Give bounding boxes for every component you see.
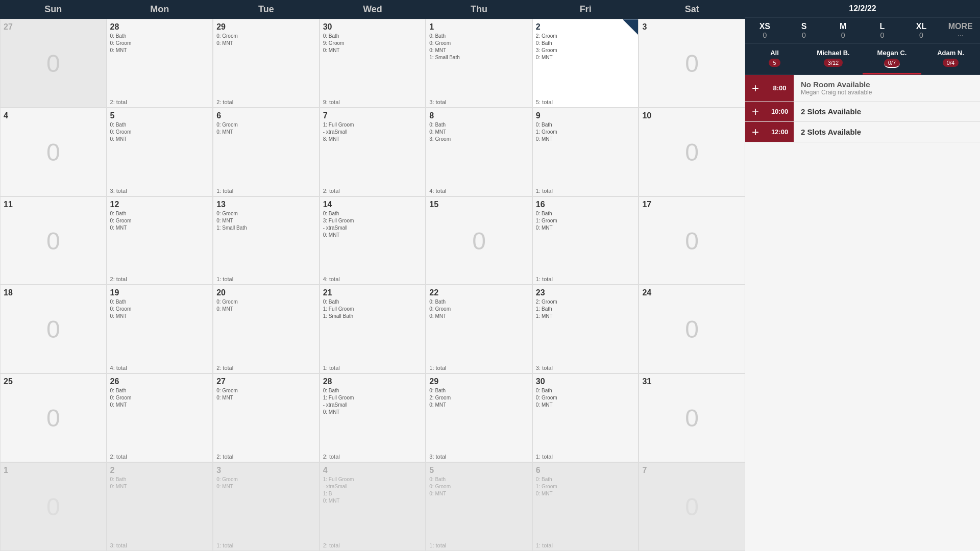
cal-cell-15[interactable]: 15 0 bbox=[426, 196, 532, 285]
cal-cell-6-next[interactable]: 6 0: Bath1: Groom0: MNT 1: total bbox=[532, 462, 639, 551]
cal-cell-29[interactable]: 29 0: Bath2: Groom0: MNT 3: total bbox=[426, 373, 532, 462]
cal-cell-16[interactable]: 16 0: Bath1: Groom0: MNT 1: total bbox=[532, 196, 639, 285]
cal-cell-27-prev[interactable]: 27 0 bbox=[0, 19, 107, 108]
day-thu: Thu bbox=[426, 0, 532, 19]
size-filters: XS 0 S 0 M 0 L 0 XL 0 MORE ··· bbox=[745, 18, 980, 44]
day-sat: Sat bbox=[639, 0, 745, 19]
size-filter-xl[interactable]: XL 0 bbox=[902, 18, 941, 43]
cal-cell-6[interactable]: 6 0: Groom0: MNT 1: total bbox=[213, 108, 320, 196]
cal-cell-5[interactable]: 5 0: Bath0: Groom0: MNT 3: total bbox=[107, 108, 213, 196]
calendar-grid: 27 0 28 0: Bath0: Groom0: MNT 2: total 2… bbox=[0, 19, 745, 551]
cal-cell-10[interactable]: 10 0 bbox=[639, 108, 745, 196]
time-slots: + 8:00 No Room Available Megan Craig not… bbox=[745, 75, 980, 551]
time-slot-1000-info: 2 Slots Available bbox=[794, 102, 980, 121]
size-filter-s[interactable]: S 0 bbox=[785, 18, 824, 43]
time-slot-1200: + 12:00 2 Slots Available bbox=[745, 122, 980, 142]
cal-cell-11[interactable]: 11 0 bbox=[0, 196, 107, 285]
cal-cell-12[interactable]: 12 0: Bath0: Groom0: MNT 2: total bbox=[107, 196, 213, 285]
cal-cell-30-dec[interactable]: 30 0: Bath0: Groom0: MNT 1: total bbox=[532, 373, 639, 462]
panel-date-header: 12/2/22 bbox=[745, 0, 980, 18]
time-slot-1200-title: 2 Slots Available bbox=[801, 128, 973, 136]
day-mon: Mon bbox=[107, 0, 213, 19]
cal-cell-27[interactable]: 27 0: Groom0: MNT 2: total bbox=[213, 373, 320, 462]
day-headers: Sun Mon Tue Wed Thu Fri Sat bbox=[0, 0, 745, 19]
cal-cell-19[interactable]: 19 0: Bath0: Groom0: MNT 4: total bbox=[107, 285, 213, 373]
cal-cell-2-next[interactable]: 2 0: Bath0: MNT 3: total bbox=[107, 462, 213, 551]
day-tue: Tue bbox=[213, 0, 320, 19]
time-slot-800-time: 8:00 bbox=[766, 75, 794, 101]
cal-cell-7-next[interactable]: 7 0 bbox=[639, 462, 745, 551]
cal-cell-26[interactable]: 26 0: Bath0: Groom0: MNT 2: total bbox=[107, 373, 213, 462]
time-slot-1000-add[interactable]: + bbox=[745, 102, 766, 121]
day-sun: Sun bbox=[0, 0, 107, 19]
time-slot-1000-time: 10:00 bbox=[766, 102, 794, 121]
cal-cell-24[interactable]: 24 0 bbox=[639, 285, 745, 373]
time-slot-1200-info: 2 Slots Available bbox=[794, 122, 980, 142]
time-slot-800-info: No Room Available Megan Craig not availa… bbox=[794, 75, 980, 101]
cal-cell-25[interactable]: 25 0 bbox=[0, 373, 107, 462]
time-slot-800: + 8:00 No Room Available Megan Craig not… bbox=[745, 75, 980, 102]
cal-cell-20[interactable]: 20 0: Groom0: MNT 2: total bbox=[213, 285, 320, 373]
cal-cell-7[interactable]: 7 1: Full Groom- xtraSmall8: MNT 2: tota… bbox=[320, 108, 426, 196]
size-filter-m[interactable]: M 0 bbox=[823, 18, 863, 43]
time-slot-1200-add[interactable]: + bbox=[745, 122, 766, 142]
cal-cell-8[interactable]: 8 0: Bath0: MNT3: Groom 4: total bbox=[426, 108, 532, 196]
person-filter-all[interactable]: All 5 bbox=[745, 44, 804, 74]
day-fri: Fri bbox=[532, 0, 639, 19]
person-filters: All 5 Michael B. 3/12 Megan C. 0/7 Adam … bbox=[745, 44, 980, 75]
cal-cell-23[interactable]: 23 2: Groom1: Bath1: MNT 3: total bbox=[532, 285, 639, 373]
size-filter-more[interactable]: MORE ··· bbox=[941, 18, 980, 43]
cal-cell-17[interactable]: 17 0 bbox=[639, 196, 745, 285]
main-container: Sun Mon Tue Wed Thu Fri Sat 27 0 28 0: B… bbox=[0, 0, 980, 551]
cal-cell-31[interactable]: 31 0 bbox=[639, 373, 745, 462]
time-slot-800-title: No Room Available bbox=[801, 80, 973, 89]
person-filter-michael[interactable]: Michael B. 3/12 bbox=[804, 44, 863, 74]
calendar-section: Sun Mon Tue Wed Thu Fri Sat 27 0 28 0: B… bbox=[0, 0, 745, 551]
cal-cell-21[interactable]: 21 0: Bath1: Full Groom1: Small Bath 1: … bbox=[320, 285, 426, 373]
day-wed: Wed bbox=[320, 0, 426, 19]
cal-cell-1[interactable]: 1 0: Bath0: Groom0: MNT1: Small Bath 3: … bbox=[426, 19, 532, 108]
right-panel: 12/2/22 XS 0 S 0 M 0 L 0 XL 0 bbox=[745, 0, 980, 551]
cal-cell-28[interactable]: 28 0: Bath0: Groom0: MNT 2: total bbox=[107, 19, 213, 108]
person-filter-megan[interactable]: Megan C. 0/7 bbox=[863, 44, 921, 74]
cal-cell-29[interactable]: 29 0: Groom0: MNT 2: total bbox=[213, 19, 320, 108]
time-slot-1200-time: 12:00 bbox=[766, 122, 794, 142]
cal-cell-1-next[interactable]: 1 0 bbox=[0, 462, 107, 551]
cal-cell-28[interactable]: 28 0: Bath1: Full Groom- xtraSmall0: MNT… bbox=[320, 373, 426, 462]
time-slot-1000-title: 2 Slots Available bbox=[801, 107, 973, 116]
cal-cell-30[interactable]: 30 0: Bath9: Groom0: MNT 9: total bbox=[320, 19, 426, 108]
cal-cell-2-today[interactable]: 2 2: Groom0: Bath3: Groom0: MNT 5: total bbox=[532, 19, 639, 108]
person-filter-adam[interactable]: Adam N. 0/4 bbox=[921, 44, 980, 74]
size-filter-xs[interactable]: XS 0 bbox=[745, 18, 785, 43]
size-filter-l[interactable]: L 0 bbox=[863, 18, 902, 43]
cal-cell-18[interactable]: 18 0 bbox=[0, 285, 107, 373]
cal-cell-13[interactable]: 13 0: Groom0: MNT1: Small Bath 1: total bbox=[213, 196, 320, 285]
time-slot-800-subtitle: Megan Craig not available bbox=[801, 89, 973, 96]
cal-cell-4[interactable]: 4 0 bbox=[0, 108, 107, 196]
cal-cell-5-next[interactable]: 5 0: Bath0: Groom0: MNT 1: total bbox=[426, 462, 532, 551]
today-indicator bbox=[623, 19, 638, 35]
time-slot-1000: + 10:00 2 Slots Available bbox=[745, 102, 980, 122]
cal-cell-3-next[interactable]: 3 0: Groom0: MNT 1: total bbox=[213, 462, 320, 551]
time-slot-800-add[interactable]: + bbox=[745, 75, 766, 101]
cal-cell-22[interactable]: 22 0: Bath0: Groom0: MNT 1: total bbox=[426, 285, 532, 373]
cal-cell-4-next[interactable]: 4 1: Full Groom- xtraSmall1: B0: MNT 2: … bbox=[320, 462, 426, 551]
cal-cell-14[interactable]: 14 0: Bath3: Full Groom- xtraSmall0: MNT… bbox=[320, 196, 426, 285]
cal-cell-9[interactable]: 9 0: Bath1: Groom0: MNT 1: total bbox=[532, 108, 639, 196]
cal-cell-3[interactable]: 3 0 bbox=[639, 19, 745, 108]
